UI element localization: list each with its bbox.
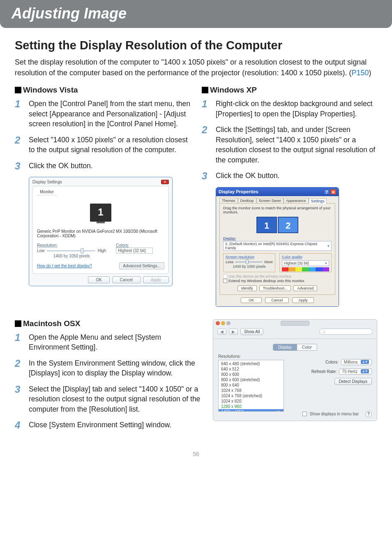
screen-resolution-label: Screen resolution — [226, 255, 273, 259]
tab-color[interactable]: Color — [297, 344, 317, 351]
color-quality-label: Color quality — [282, 255, 329, 259]
resolution-slider[interactable] — [235, 262, 263, 262]
resolutions-list[interactable]: 640 x 480 (stretched) 640 x 512 800 x 60… — [218, 360, 284, 412]
selected-resolution-value: 1400 x 1050 — [221, 410, 244, 412]
list-item[interactable]: 1024 x 768 (stretched) — [219, 393, 284, 398]
slider-max-label: More — [264, 260, 273, 264]
stepper-icon[interactable]: ▲▼ — [273, 410, 281, 412]
mac-heading: Macintosh OSX — [23, 319, 80, 328]
list-item[interactable]: 800 x 640 — [219, 382, 284, 388]
monitor-preview: 1 — [37, 195, 164, 229]
extend-desktop-label: Extend my Windows desktop onto this moni… — [228, 279, 305, 283]
tab-screensaver[interactable]: Screen Saver — [256, 198, 284, 203]
tab-desktop[interactable]: Desktop — [238, 198, 256, 203]
chevron-down-icon: ▾ — [325, 261, 327, 265]
intro-paragraph: Set the display resolution of the comput… — [15, 57, 377, 78]
apply-button[interactable]: Apply — [143, 276, 169, 283]
close-icon[interactable]: ✕ — [161, 180, 169, 184]
step-number: 4 — [15, 420, 29, 430]
monitor-2-icon[interactable]: 2 — [278, 217, 298, 233]
list-item[interactable]: 800 x 600 (stretched) — [219, 377, 284, 382]
arrange-note: Drag the monitor icons to match the phys… — [223, 206, 332, 214]
extend-desktop-checkbox[interactable] — [223, 279, 227, 283]
list-item-selected[interactable]: 1400 x 1050 ▲▼ — [219, 409, 284, 412]
vista-step-1: Open the [Control Panel] from the start … — [29, 99, 190, 129]
vista-column: Windows Vista 1Open the [Control Panel] … — [15, 86, 190, 306]
tab-display[interactable]: Display — [273, 344, 297, 351]
forward-button[interactable]: ▶ — [229, 329, 238, 335]
cancel-button[interactable]: Cancel — [112, 276, 141, 283]
identify-button[interactable]: Identify — [238, 285, 257, 291]
show-displays-menubar-checkbox[interactable] — [302, 412, 307, 416]
page-content: Setting the Display Resolution of the Co… — [0, 28, 392, 470]
colors-value: Millions — [344, 360, 357, 364]
back-button[interactable]: ◀ — [217, 329, 226, 335]
colors-select[interactable]: Millions▲▼ — [341, 359, 372, 365]
ok-button[interactable]: OK — [88, 276, 109, 283]
refresh-rate-select[interactable]: 75 Hertz▲▼ — [339, 368, 372, 375]
vista-step-3: Click the OK button. — [29, 161, 93, 171]
list-item[interactable]: 1280 x 960 — [219, 404, 284, 409]
chevron-icon: ▲▼ — [361, 360, 369, 364]
resolution-slider[interactable] — [47, 250, 95, 251]
mac-step-1: Open the Apple Menu and select [System E… — [29, 332, 201, 352]
detect-displays-button[interactable]: Detect Displays — [334, 378, 372, 385]
monitor-1-icon[interactable]: 1 — [256, 217, 277, 233]
intro-text-a: Set the display resolution of the comput… — [15, 58, 367, 77]
vista-display-settings-dialog: Display Settings ✕ Monitor 1 Generic PnP… — [29, 177, 173, 286]
tab-settings[interactable]: Settings — [309, 198, 327, 204]
help-link[interactable]: How do I get the best display? — [37, 264, 92, 268]
xp-heading: Windows XP — [210, 86, 257, 95]
display-select-value: 2. (Default Monitor) on Intel(R) 82945G … — [225, 242, 327, 250]
color-bar — [282, 267, 329, 271]
page-number: 56 — [15, 451, 377, 457]
help-icon[interactable]: ? — [365, 411, 372, 417]
list-item[interactable]: 640 x 512 — [219, 366, 284, 372]
bullet-icon — [202, 87, 208, 93]
step-number: 2 — [15, 358, 29, 378]
close-icon[interactable]: ✕ — [330, 189, 336, 195]
colors-label: Colors: — [325, 360, 339, 364]
display-label: Display: — [223, 236, 332, 241]
refresh-rate-label: Refresh Rate: — [311, 369, 337, 374]
tab-appearance[interactable]: Appearance — [284, 198, 309, 203]
slider-thumb[interactable] — [246, 259, 249, 264]
help-icon[interactable]: ? — [324, 189, 330, 195]
dialog-title: Display Properties — [219, 189, 258, 194]
chevron-down-icon: ▾ — [327, 244, 330, 248]
mac-step-4: Close [System Environment Setting] windo… — [29, 420, 171, 430]
monitor-preview: 1 2 — [223, 217, 332, 233]
colors-select[interactable]: Highest (32 bit) — [116, 248, 153, 254]
step-number: 2 — [202, 125, 216, 165]
vista-step-2: Select "1400 x 1050 pixels" or a resolut… — [29, 135, 190, 155]
search-input[interactable]: ⌕ — [319, 329, 373, 335]
step-number: 1 — [15, 332, 29, 352]
apply-button[interactable]: Apply — [292, 297, 314, 303]
monitor-tab[interactable]: Monitor — [37, 189, 57, 195]
advanced-settings-button[interactable]: Advanced Settings... — [119, 262, 164, 269]
chevron-icon: ▲▼ — [361, 369, 369, 373]
list-item[interactable]: 800 x 600 — [219, 372, 284, 377]
mac-column: Macintosh OSX 1Open the Apple Menu and s… — [15, 319, 201, 436]
advanced-button[interactable]: Advanced — [293, 285, 317, 291]
list-item[interactable]: 1024 x 820 — [219, 398, 284, 404]
xp-column: Windows XP 1Right-click on the desktop b… — [202, 86, 377, 306]
ok-button[interactable]: OK — [241, 297, 262, 303]
page-ref-link[interactable]: P150 — [351, 69, 369, 77]
list-item[interactable]: 1024 x 768 — [219, 388, 284, 393]
show-all-button[interactable]: Show All — [240, 328, 263, 335]
window-zoom-icon[interactable] — [226, 321, 231, 325]
troubleshoot-button[interactable]: Troubleshoot... — [259, 285, 291, 291]
list-item[interactable]: 640 x 480 (stretched) — [219, 361, 284, 366]
cancel-button[interactable]: Cancel — [265, 297, 289, 303]
step-number: 3 — [15, 384, 29, 415]
mac-displays-dialog: ◀ ▶ Show All ⌕ Display Color Resolutions… — [213, 319, 377, 421]
window-close-icon[interactable] — [216, 321, 220, 325]
slider-min-label: Low — [37, 248, 44, 253]
window-minimize-icon[interactable] — [221, 321, 225, 325]
mac-step-3: Select the [Display] tab and select "140… — [29, 384, 201, 415]
slider-thumb[interactable] — [81, 248, 84, 253]
display-select[interactable]: 2. (Default Monitor) on Intel(R) 82945G … — [223, 241, 332, 251]
tab-themes[interactable]: Themes — [219, 198, 238, 203]
color-quality-value: Highest (32 bit) — [284, 261, 309, 265]
